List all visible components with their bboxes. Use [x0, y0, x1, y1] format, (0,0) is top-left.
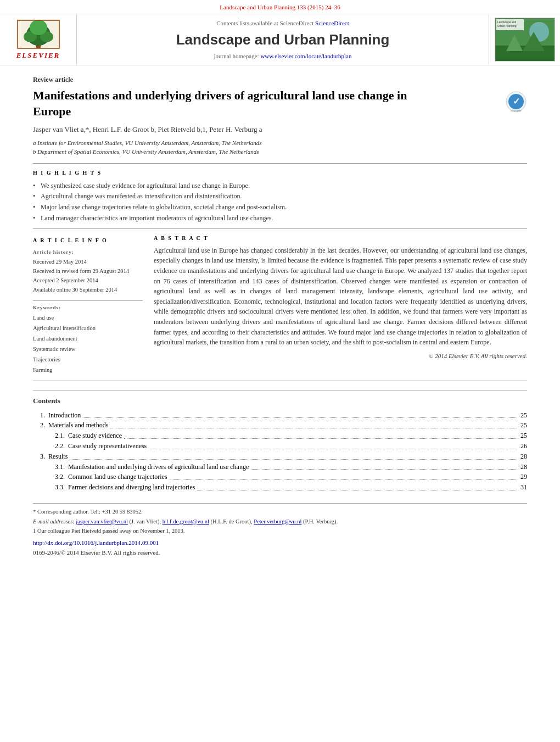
toc-row-3: 2.1. Case study evidence 25 — [33, 431, 527, 440]
divider-3 — [33, 381, 527, 381]
science-direct-line: Contents lists available at ScienceDirec… — [216, 19, 349, 27]
email-label: E-mail addresses: — [33, 518, 75, 525]
highlights-heading: H I G H L I G H T S — [33, 169, 527, 177]
toc-page-2: 25 — [520, 421, 527, 430]
article-info-column: A R T I C L E I N F O Article history: R… — [33, 235, 143, 376]
journal-header-center: Contents lists available at ScienceDirec… — [77, 14, 489, 65]
divider-2 — [33, 228, 527, 229]
toc-dots-5 — [70, 459, 518, 460]
email-link-3[interactable]: Peter.verburg@vu.nl — [254, 518, 301, 525]
elsevier-brand-text: ELSEVIER — [16, 51, 60, 60]
keywords-list: Land use Agricultural intensification La… — [33, 313, 143, 375]
keyword-3: Land abandonment — [33, 334, 143, 344]
issn-line: 0169-2046/© 2014 Elsevier B.V. All right… — [33, 549, 527, 557]
journal-citation-text: Landscape and Urban Planning 133 (2015) … — [220, 4, 340, 10]
toc-dots-8 — [197, 490, 518, 490]
toc-sub-8: 3.3. — [48, 483, 68, 492]
keyword-1: Land use — [33, 313, 143, 323]
copyright-line: © 2014 Elsevier B.V. All rights reserved… — [154, 352, 527, 360]
abstract-heading: A B S T R A C T — [154, 235, 527, 242]
toc-page-4: 26 — [520, 442, 527, 451]
toc-sub-7: 3.2. — [48, 472, 68, 482]
svg-text:Urban Planning: Urban Planning — [497, 24, 517, 27]
history-subheading: Article history: — [33, 249, 143, 256]
toc-dots-3 — [124, 438, 518, 439]
toc-label-5: Results — [48, 452, 68, 461]
corresponding-author: * Corresponding author. Tel.: +31 20 59 … — [33, 508, 527, 516]
doi-line: http://dx.doi.org/10.1016/j.landurbplan.… — [33, 539, 527, 547]
received-revised-date: Received in revised form 29 August 2014 — [33, 267, 143, 276]
info-divider — [33, 300, 143, 301]
footnote-1: 1 Our colleague Piet Rietveld passed awa… — [33, 527, 527, 535]
email-line: E-mail addresses: jasper.van.vliet@vu.nl… — [33, 518, 527, 526]
svg-point-5 — [30, 20, 47, 35]
toc-label-4: Case study representativeness — [68, 442, 147, 451]
email-link-2[interactable]: h.l.f.de.groot@vu.nl — [163, 518, 209, 525]
elsevier-logo-area: ELSEVIER — [0, 14, 77, 65]
email-author-3: (P.H. Verburg). — [303, 518, 338, 525]
abstract-column: A B S T R A C T Agricultural land use in… — [154, 235, 527, 376]
toc-row-5: 3. Results 28 — [33, 452, 527, 461]
keyword-2: Agricultural intensification — [33, 323, 143, 334]
toc-row-8: 3.3. Farmer decisions and diverging land… — [33, 483, 527, 492]
toc-dots-1 — [83, 417, 518, 418]
toc-page-3: 25 — [520, 431, 527, 440]
toc-dots-2 — [110, 428, 518, 428]
toc-row-1: 1. Introduction 25 — [33, 411, 527, 420]
toc-label-1: Introduction — [48, 411, 81, 420]
toc-row-4: 2.2. Case study representativeness 26 — [33, 442, 527, 451]
svg-text:Landscape and: Landscape and — [497, 20, 516, 24]
journal-citation-bar: Landscape and Urban Planning 133 (2015) … — [0, 0, 560, 14]
divider-1 — [33, 163, 527, 164]
journal-homepage-line: journal homepage: www.elsevier.com/locat… — [214, 52, 352, 60]
elsevier-tree-icon — [16, 19, 60, 49]
keyword-5: Trajectories — [33, 355, 143, 365]
toc-page-1: 25 — [520, 411, 527, 420]
journal-header: ELSEVIER Contents lists available at Sci… — [0, 14, 560, 65]
toc-page-6: 28 — [520, 462, 527, 472]
contents-heading: Contents — [33, 396, 527, 406]
crossmark-icon[interactable]: ✓ CrossMark — [505, 91, 527, 113]
toc-page-5: 28 — [520, 452, 527, 461]
article-type-label: Review article — [33, 75, 527, 85]
svg-text:✓: ✓ — [513, 97, 520, 106]
toc-label-3: Case study evidence — [68, 431, 122, 440]
toc-label-6: Manifestation and underlying drivers of … — [68, 462, 249, 472]
toc-sub-6: 3.1. — [48, 462, 68, 472]
contents-section: Contents 1. Introduction 25 2. Materials… — [33, 390, 527, 492]
toc-label-7: Common land use change trajectories — [68, 472, 167, 482]
accepted-date: Accepted 2 September 2014 — [33, 276, 143, 286]
highlight-item-3: Major land use change trajectories relat… — [33, 203, 527, 212]
science-direct-link[interactable]: ScienceDirect — [315, 20, 349, 26]
available-date: Available online 30 September 2014 — [33, 286, 143, 295]
elsevier-logo: ELSEVIER — [16, 19, 60, 60]
toc-sub-4: 2.2. — [48, 442, 68, 451]
highlight-item-2: Agricultural change was manifested as in… — [33, 192, 527, 201]
toc-num-5: 3. — [33, 452, 48, 461]
email-author-1: (J. van Vliet), — [130, 518, 163, 525]
svg-text:CrossMark: CrossMark — [511, 109, 521, 112]
toc-page-8: 31 — [520, 483, 527, 492]
toc-row-2: 2. Materials and methods 25 — [33, 421, 527, 430]
email-link-1[interactable]: jasper.van.vliet@vu.nl — [76, 518, 128, 525]
affiliations: a Institute for Environmental Studies, V… — [33, 138, 527, 157]
journal-main-title: Landscape and Urban Planning — [176, 30, 390, 49]
affiliation-b: b Department of Spatial Economics, VU Un… — [33, 147, 527, 157]
authors-line: Jasper van Vliet a,*, Henri L.F. de Groo… — [33, 125, 527, 135]
toc-dots-6 — [251, 469, 518, 470]
cover-landscape-icon: Landscape and Urban Planning — [495, 18, 555, 62]
journal-homepage-url[interactable]: www.elsevier.com/locate/landurbplan — [260, 53, 351, 59]
toc-sub-3: 2.1. — [48, 431, 68, 440]
toc-page-7: 29 — [520, 472, 527, 482]
toc-row-7: 3.2. Common land use change trajectories… — [33, 472, 527, 482]
toc-label-8: Farmer decisions and diverging land traj… — [68, 483, 195, 492]
toc-row-6: 3.1. Manifestation and underlying driver… — [33, 462, 527, 472]
toc-num-2: 2. — [33, 421, 48, 430]
affiliation-a: a Institute for Environmental Studies, V… — [33, 138, 527, 148]
toc-dots-7 — [170, 479, 518, 480]
toc-dots-4 — [149, 449, 518, 449]
doi-link[interactable]: http://dx.doi.org/10.1016/j.landurbplan.… — [33, 539, 159, 546]
article-info-abstract-area: A R T I C L E I N F O Article history: R… — [33, 235, 527, 376]
highlights-list: We synthesized case study evidence for a… — [33, 181, 527, 223]
article-history-dates: Received 29 May 2014 Received in revised… — [33, 258, 143, 294]
